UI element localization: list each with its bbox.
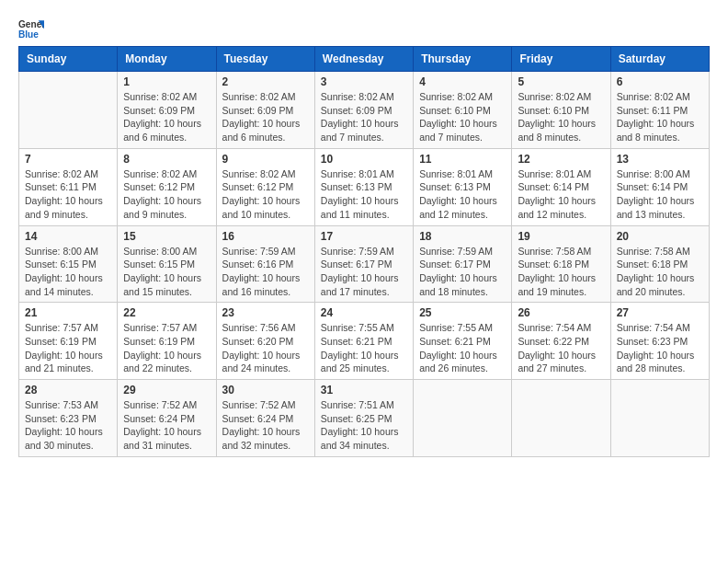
day-info: Sunrise: 7:58 AMSunset: 6:18 PMDaylight:… <box>617 245 703 299</box>
col-header-saturday: Saturday <box>610 47 709 72</box>
calendar-cell: 2Sunrise: 8:02 AMSunset: 6:09 PMDaylight… <box>216 72 314 149</box>
day-number: 27 <box>617 306 703 319</box>
day-info: Sunrise: 7:58 AMSunset: 6:18 PMDaylight:… <box>518 245 604 299</box>
day-number: 6 <box>617 75 703 88</box>
day-info: Sunrise: 7:52 AMSunset: 6:24 PMDaylight:… <box>123 398 210 453</box>
day-number: 19 <box>518 230 604 243</box>
calendar-cell: 10Sunrise: 8:01 AMSunset: 6:13 PMDayligh… <box>314 148 413 225</box>
day-number: 12 <box>518 153 604 166</box>
day-number: 23 <box>222 306 309 319</box>
logo: General Blue <box>18 15 44 40</box>
calendar-cell <box>414 380 512 457</box>
day-number: 15 <box>123 230 210 243</box>
col-header-wednesday: Wednesday <box>314 47 413 72</box>
day-number: 24 <box>321 306 407 319</box>
day-number: 28 <box>25 384 111 396</box>
day-number: 5 <box>518 75 604 88</box>
calendar-cell: 30Sunrise: 7:52 AMSunset: 6:24 PMDayligh… <box>216 380 314 457</box>
col-header-monday: Monday <box>118 47 216 72</box>
day-info: Sunrise: 7:55 AMSunset: 6:21 PMDaylight:… <box>321 321 407 375</box>
day-info: Sunrise: 8:02 AMSunset: 6:09 PMDaylight:… <box>123 90 210 144</box>
day-info: Sunrise: 8:00 AMSunset: 6:15 PMDaylight:… <box>25 245 111 299</box>
col-header-thursday: Thursday <box>414 47 512 72</box>
day-number: 13 <box>617 153 703 166</box>
calendar-cell: 4Sunrise: 8:02 AMSunset: 6:10 PMDaylight… <box>414 72 512 149</box>
calendar-cell: 1Sunrise: 8:02 AMSunset: 6:09 PMDaylight… <box>118 72 216 149</box>
day-info: Sunrise: 7:53 AMSunset: 6:23 PMDaylight:… <box>25 398 111 453</box>
day-info: Sunrise: 8:01 AMSunset: 6:13 PMDaylight:… <box>321 167 407 222</box>
day-info: Sunrise: 7:54 AMSunset: 6:22 PMDaylight:… <box>518 321 604 375</box>
day-info: Sunrise: 8:02 AMSunset: 6:10 PMDaylight:… <box>518 90 604 144</box>
day-number: 17 <box>321 230 407 243</box>
calendar-cell: 7Sunrise: 8:02 AMSunset: 6:11 PMDaylight… <box>19 148 118 225</box>
calendar-cell: 13Sunrise: 8:00 AMSunset: 6:14 PMDayligh… <box>610 148 709 225</box>
day-number: 10 <box>321 153 407 166</box>
calendar-table: SundayMondayTuesdayWednesdayThursdayFrid… <box>18 46 710 457</box>
day-info: Sunrise: 7:55 AMSunset: 6:21 PMDaylight:… <box>419 321 506 375</box>
calendar-cell: 25Sunrise: 7:55 AMSunset: 6:21 PMDayligh… <box>414 303 512 380</box>
day-info: Sunrise: 8:02 AMSunset: 6:10 PMDaylight:… <box>419 90 506 144</box>
calendar-cell <box>610 380 709 457</box>
day-info: Sunrise: 8:02 AMSunset: 6:11 PMDaylight:… <box>617 90 703 144</box>
day-number: 2 <box>222 75 309 88</box>
day-number: 16 <box>222 230 309 243</box>
logo-icon: General Blue <box>18 15 44 40</box>
day-number: 1 <box>123 75 210 88</box>
day-info: Sunrise: 8:00 AMSunset: 6:15 PMDaylight:… <box>123 245 210 299</box>
calendar-cell: 29Sunrise: 7:52 AMSunset: 6:24 PMDayligh… <box>118 380 216 457</box>
calendar-cell: 12Sunrise: 8:01 AMSunset: 6:14 PMDayligh… <box>512 148 610 225</box>
calendar-cell: 14Sunrise: 8:00 AMSunset: 6:15 PMDayligh… <box>19 225 118 303</box>
calendar-cell: 22Sunrise: 7:57 AMSunset: 6:19 PMDayligh… <box>118 303 216 380</box>
day-number: 4 <box>419 75 506 88</box>
calendar-cell: 31Sunrise: 7:51 AMSunset: 6:25 PMDayligh… <box>314 380 413 457</box>
calendar-cell: 16Sunrise: 7:59 AMSunset: 6:16 PMDayligh… <box>216 225 314 303</box>
calendar-cell: 19Sunrise: 7:58 AMSunset: 6:18 PMDayligh… <box>512 225 610 303</box>
day-number: 14 <box>25 230 111 243</box>
day-number: 21 <box>25 306 111 319</box>
calendar-cell: 17Sunrise: 7:59 AMSunset: 6:17 PMDayligh… <box>314 225 413 303</box>
calendar-cell: 20Sunrise: 7:58 AMSunset: 6:18 PMDayligh… <box>610 225 709 303</box>
day-number: 31 <box>321 384 407 396</box>
calendar-row-week-2: 7Sunrise: 8:02 AMSunset: 6:11 PMDaylight… <box>19 148 710 225</box>
day-number: 25 <box>419 306 506 319</box>
day-info: Sunrise: 8:01 AMSunset: 6:13 PMDaylight:… <box>419 167 506 222</box>
calendar-cell: 24Sunrise: 7:55 AMSunset: 6:21 PMDayligh… <box>314 303 413 380</box>
calendar-cell: 27Sunrise: 7:54 AMSunset: 6:23 PMDayligh… <box>610 303 709 380</box>
day-number: 26 <box>518 306 604 319</box>
col-header-friday: Friday <box>512 47 610 72</box>
day-info: Sunrise: 7:56 AMSunset: 6:20 PMDaylight:… <box>222 321 309 375</box>
calendar-row-week-4: 21Sunrise: 7:57 AMSunset: 6:19 PMDayligh… <box>19 303 710 380</box>
day-info: Sunrise: 8:01 AMSunset: 6:14 PMDaylight:… <box>518 167 604 222</box>
day-number: 20 <box>617 230 703 243</box>
calendar-cell: 11Sunrise: 8:01 AMSunset: 6:13 PMDayligh… <box>414 148 512 225</box>
calendar-cell <box>512 380 610 457</box>
day-info: Sunrise: 7:59 AMSunset: 6:16 PMDaylight:… <box>222 245 309 299</box>
day-number: 9 <box>222 153 309 166</box>
day-number: 7 <box>25 153 111 166</box>
calendar-cell: 23Sunrise: 7:56 AMSunset: 6:20 PMDayligh… <box>216 303 314 380</box>
day-number: 29 <box>123 384 210 396</box>
day-info: Sunrise: 8:02 AMSunset: 6:12 PMDaylight:… <box>123 167 210 222</box>
calendar-cell: 28Sunrise: 7:53 AMSunset: 6:23 PMDayligh… <box>19 380 118 457</box>
day-number: 22 <box>123 306 210 319</box>
day-info: Sunrise: 8:02 AMSunset: 6:11 PMDaylight:… <box>25 167 111 222</box>
calendar-cell: 6Sunrise: 8:02 AMSunset: 6:11 PMDaylight… <box>610 72 709 149</box>
calendar-row-week-5: 28Sunrise: 7:53 AMSunset: 6:23 PMDayligh… <box>19 380 710 457</box>
day-info: Sunrise: 7:54 AMSunset: 6:23 PMDaylight:… <box>617 321 703 375</box>
day-number: 18 <box>419 230 506 243</box>
calendar-row-week-1: 1Sunrise: 8:02 AMSunset: 6:09 PMDaylight… <box>19 72 710 149</box>
day-number: 8 <box>123 153 210 166</box>
col-header-tuesday: Tuesday <box>216 47 314 72</box>
day-info: Sunrise: 8:02 AMSunset: 6:09 PMDaylight:… <box>321 90 407 144</box>
calendar-cell: 26Sunrise: 7:54 AMSunset: 6:22 PMDayligh… <box>512 303 610 380</box>
calendar-row-week-3: 14Sunrise: 8:00 AMSunset: 6:15 PMDayligh… <box>19 225 710 303</box>
svg-text:Blue: Blue <box>18 29 39 40</box>
day-number: 11 <box>419 153 506 166</box>
day-number: 30 <box>222 384 309 396</box>
day-info: Sunrise: 7:59 AMSunset: 6:17 PMDaylight:… <box>321 245 407 299</box>
day-info: Sunrise: 7:51 AMSunset: 6:25 PMDaylight:… <box>321 398 407 453</box>
header: General Blue <box>18 15 710 40</box>
day-info: Sunrise: 7:52 AMSunset: 6:24 PMDaylight:… <box>222 398 309 453</box>
calendar-cell: 18Sunrise: 7:59 AMSunset: 6:17 PMDayligh… <box>414 225 512 303</box>
day-number: 3 <box>321 75 407 88</box>
